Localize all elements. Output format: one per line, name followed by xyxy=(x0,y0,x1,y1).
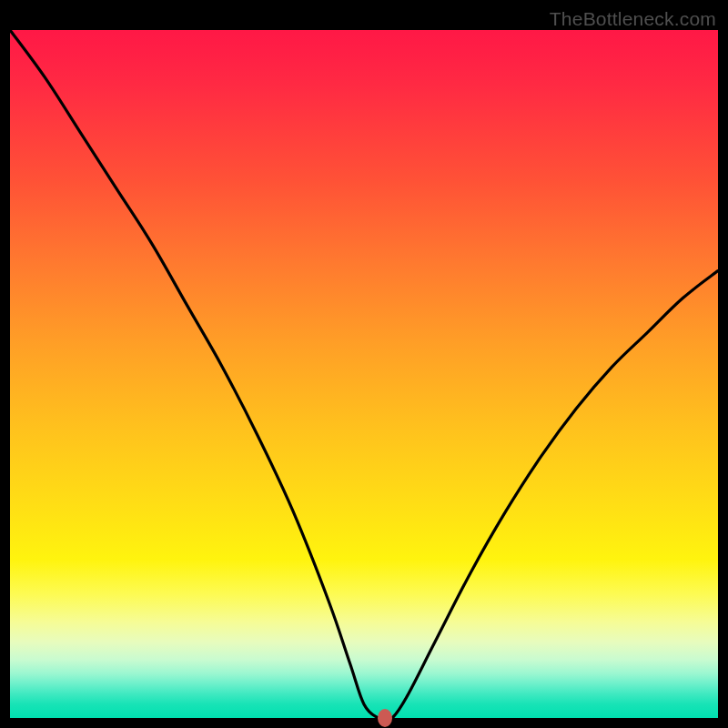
bottleneck-curve xyxy=(10,30,718,718)
plot-area xyxy=(10,30,718,718)
watermark-text: TheBottleneck.com xyxy=(550,8,716,30)
optimal-point-marker xyxy=(378,709,392,727)
chart-frame: TheBottleneck.com xyxy=(10,10,718,718)
